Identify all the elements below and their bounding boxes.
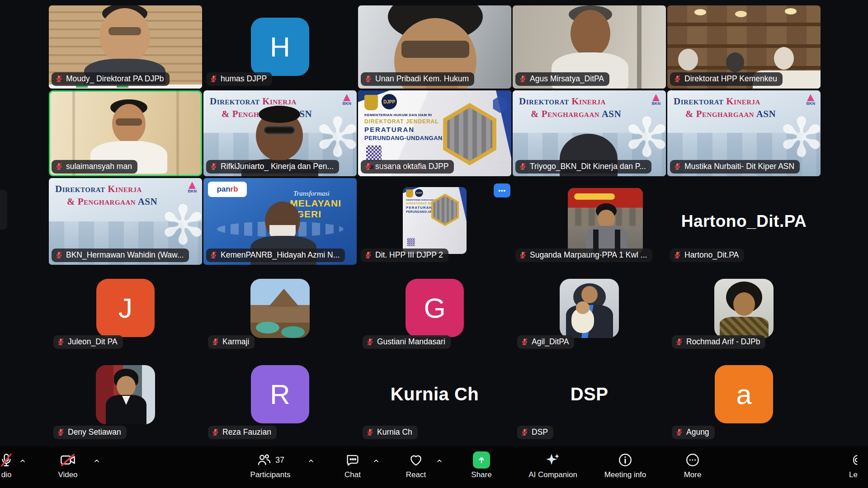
- more-icon: [665, 451, 720, 469]
- tile-reza[interactable]: R Reza Fauzian: [203, 357, 357, 446]
- tile-unan[interactable]: Unan Pribadi Kem. Hukum: [358, 5, 511, 89]
- participant-label: Juleon_Dit PA: [53, 335, 123, 349]
- mic-muted-icon: [519, 75, 527, 83]
- tile-karmaji[interactable]: Karmaji: [203, 267, 357, 355]
- banner-title: Direktorat Kinerja & Penghargaan ASN: [674, 95, 776, 121]
- mic-muted-icon: [675, 428, 683, 436]
- mic-muted-icon: [366, 338, 374, 346]
- sparkle-icon: [521, 451, 585, 469]
- snowflake-ornament: ✻: [160, 198, 202, 252]
- kemenkumham-logo: [364, 95, 378, 110]
- participant-label: Moudy_ Direktorat PA DJPb: [52, 72, 170, 86]
- participant-label: Agus Mirsatya_DitPA: [515, 72, 609, 86]
- tile-dit-hpp-iii[interactable]: DJPP KEMENTERIAN HUKUM DAN HAM RI DIREKT…: [358, 178, 511, 265]
- tile-moudy[interactable]: Moudy_ Direktorat PA DJPb: [49, 5, 202, 89]
- participant-name: Agus Mirsatya_DitPA: [530, 74, 604, 84]
- avatar-letter: a: [736, 378, 751, 410]
- share-button[interactable]: Share: [454, 451, 509, 479]
- info-icon: [594, 451, 657, 469]
- tile-kurnia[interactable]: Kurnia Ch Kurnia Ch: [358, 357, 511, 446]
- mic-muted-icon: [364, 75, 372, 83]
- tile-gustiani[interactable]: G Gustiani Mandasari: [358, 267, 511, 355]
- mic-muted-icon: [55, 163, 63, 170]
- tile-agil[interactable]: Agil_DitPA: [513, 267, 666, 355]
- qr-code: [407, 238, 415, 246]
- avatar: R: [251, 365, 309, 423]
- meeting-info-button[interactable]: Meeting info: [594, 451, 657, 479]
- floating-more-button[interactable]: •••: [494, 183, 510, 197]
- participant-label: humas DJPP: [206, 72, 272, 86]
- profile-photo: [250, 279, 310, 338]
- video-button[interactable]: Video: [41, 451, 95, 479]
- participant-name: Kurnia Ch: [377, 427, 412, 437]
- tile-deny[interactable]: Deny Setiawan: [49, 357, 202, 446]
- tile-hermawan[interactable]: ✻ Direktorat Kinerja & Penghargaan ASN B…: [49, 178, 202, 265]
- participant-name: Agil_DitPA: [532, 337, 569, 347]
- mic-muted-icon: [210, 251, 217, 259]
- audio-button[interactable]: dio: [0, 451, 33, 479]
- tile-agung[interactable]: a Agung: [667, 357, 821, 446]
- mic-off-icon: [0, 451, 33, 469]
- audio-chevron[interactable]: [19, 457, 26, 465]
- snowflake-ornament: ✻: [315, 110, 357, 164]
- avatar: G: [406, 279, 464, 337]
- react-button[interactable]: React: [389, 451, 443, 479]
- tile-agus[interactable]: Agus Mirsatya_DitPA: [513, 5, 666, 89]
- snowflake-ornament: ✻: [624, 110, 666, 164]
- participant-name: KemenPANRB_Hidayah Azmi N...: [221, 250, 340, 260]
- mic-muted-icon: [674, 251, 681, 259]
- video-off-icon: [41, 451, 95, 469]
- participant-label: Dit. HPP III DJPP 2: [361, 249, 448, 262]
- participant-name: Reza Fauzian: [222, 427, 271, 437]
- tile-sulaimansyah-active-speaker[interactable]: sulaimansyah man: [49, 90, 202, 176]
- building-photo-hexagon: [441, 103, 499, 165]
- participant-label: sulaimansyah man: [52, 160, 137, 174]
- participant-label: Kurnia Ch: [363, 426, 418, 439]
- tile-hpp-kemenkeu[interactable]: Direktorat HPP Kemenkeu: [667, 5, 821, 89]
- avatar-letter: R: [270, 378, 290, 410]
- participants-chevron[interactable]: [307, 457, 315, 465]
- drag-handle-dots-icon[interactable]: [497, 161, 512, 175]
- meeting-toolbar: dio Video 37 Participants: [0, 446, 868, 488]
- banner-directorate: DIREKTORAT JENDERAL: [364, 118, 439, 125]
- participant-label: DSP: [517, 426, 553, 439]
- bkn-logo: BKN: [188, 182, 197, 193]
- person-silhouette: [678, 49, 698, 70]
- tile-hartono[interactable]: Hartono_Dit.PA Hartono_Dit.PA: [667, 178, 821, 265]
- tile-susana[interactable]: DJPP KEMENTERIAN HUKUM DAN HAM RI DIREKT…: [358, 90, 511, 176]
- participant-name: Gustiani Mandasari: [377, 337, 445, 347]
- leave-button[interactable]: Le: [842, 451, 868, 479]
- react-chevron[interactable]: [436, 457, 443, 465]
- participant-name: Rochmad Arif - DJPb: [686, 337, 760, 347]
- banner-ministry: KEMENTERIAN HUKUM DAN HAM RI: [364, 113, 432, 117]
- tile-mustika[interactable]: ✻ Direktorat Kinerja & Penghargaan ASN B…: [667, 90, 821, 176]
- chat-chevron[interactable]: [373, 457, 380, 465]
- participant-name: Moudy_ Direktorat PA DJPb: [66, 74, 164, 84]
- participant-name: Unan Pribadi Kem. Hukum: [375, 74, 469, 84]
- more-button[interactable]: More: [665, 451, 720, 479]
- banner-title: Direktorat Kinerja & Penghargaan ASN: [55, 183, 157, 208]
- profile-photo: [560, 279, 619, 338]
- participant-label: Karmaji: [208, 335, 255, 349]
- tile-juleon[interactable]: J Juleon_Dit PA: [49, 267, 202, 355]
- mic-muted-icon: [521, 428, 528, 436]
- leave-icon: [849, 451, 868, 469]
- ai-companion-button[interactable]: AI Companion: [521, 451, 585, 479]
- tile-triyogo[interactable]: ✻ Direktorat Kinerja & Penghargaan ASN B…: [513, 90, 666, 176]
- tile-rifkijuniarto[interactable]: ✻ Direktorat Kinerja & Penghargaan ASN B…: [203, 90, 357, 176]
- video-chevron[interactable]: [93, 457, 100, 465]
- tile-kemenpanrb[interactable]: panrb Transformasi MELAYANI NEGERI Kemen…: [203, 178, 357, 265]
- participants-button[interactable]: 37 Participants: [239, 451, 302, 479]
- tile-dsp[interactable]: DSP DSP: [513, 357, 666, 446]
- mic-muted-icon: [519, 251, 527, 259]
- tile-suganda[interactable]: Suganda Marpaung-PPA 1 Kwl ...: [513, 178, 666, 265]
- mic-muted-icon: [212, 428, 219, 436]
- participant-label: Mustika Nurbaiti- Dit Kiper ASN: [670, 160, 800, 174]
- participant-name: DSP: [532, 427, 548, 437]
- tile-humas-djpp[interactable]: H humas DJPP: [203, 5, 357, 89]
- heart-icon: [389, 451, 443, 469]
- avatar-letter: H: [270, 31, 290, 63]
- participant-name: Triyogo_BKN_Dit Kinerja dan P...: [530, 162, 646, 171]
- tile-rochmad[interactable]: Rochmad Arif - DJPb: [667, 267, 821, 355]
- chat-button[interactable]: Chat: [326, 451, 380, 479]
